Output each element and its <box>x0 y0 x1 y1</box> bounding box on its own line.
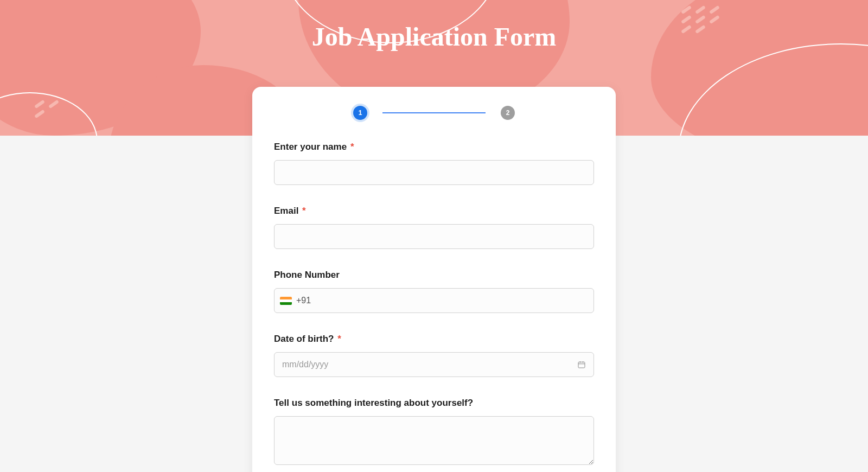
email-input[interactable] <box>274 224 594 249</box>
about-textarea[interactable] <box>274 416 594 465</box>
name-field: Enter your name * <box>274 142 594 185</box>
name-label-text: Enter your name <box>274 142 347 152</box>
name-label: Enter your name * <box>274 142 594 152</box>
phone-input-wrapper[interactable]: +91 <box>274 288 594 313</box>
required-asterisk: * <box>337 334 341 344</box>
step-connector-line <box>382 112 486 113</box>
india-flag-icon[interactable] <box>280 297 292 305</box>
dob-placeholder: mm/dd/yyyy <box>282 360 577 369</box>
decorative-dashes <box>679 5 722 35</box>
decorative-dashes <box>33 100 61 119</box>
form-card: 1 2 Enter your name * Email * Phone Numb… <box>252 87 616 472</box>
dob-label: Date of birth? * <box>274 334 594 345</box>
step-2-indicator[interactable]: 2 <box>501 106 515 120</box>
email-label-text: Email <box>274 206 298 216</box>
phone-field: Phone Number +91 <box>274 270 594 313</box>
about-label: Tell us something interesting about your… <box>274 398 594 409</box>
dob-label-text: Date of birth? <box>274 334 334 344</box>
form-stepper: 1 2 <box>274 106 594 120</box>
dob-input[interactable]: mm/dd/yyyy <box>274 352 594 377</box>
step-1-indicator[interactable]: 1 <box>353 106 367 120</box>
svg-rect-0 <box>578 362 585 368</box>
about-label-text: Tell us something interesting about your… <box>274 398 473 408</box>
name-input[interactable] <box>274 160 594 185</box>
about-field: Tell us something interesting about your… <box>274 398 594 467</box>
calendar-icon <box>577 360 586 369</box>
page-title: Job Application Form <box>312 22 557 52</box>
email-label: Email * <box>274 206 594 216</box>
phone-prefix: +91 <box>296 296 311 305</box>
email-field: Email * <box>274 206 594 249</box>
dob-field: Date of birth? * mm/dd/yyyy <box>274 334 594 377</box>
phone-number-input[interactable] <box>315 289 588 312</box>
phone-label-text: Phone Number <box>274 270 340 280</box>
phone-label: Phone Number <box>274 270 594 280</box>
required-asterisk: * <box>350 142 354 152</box>
required-asterisk: * <box>302 206 306 216</box>
